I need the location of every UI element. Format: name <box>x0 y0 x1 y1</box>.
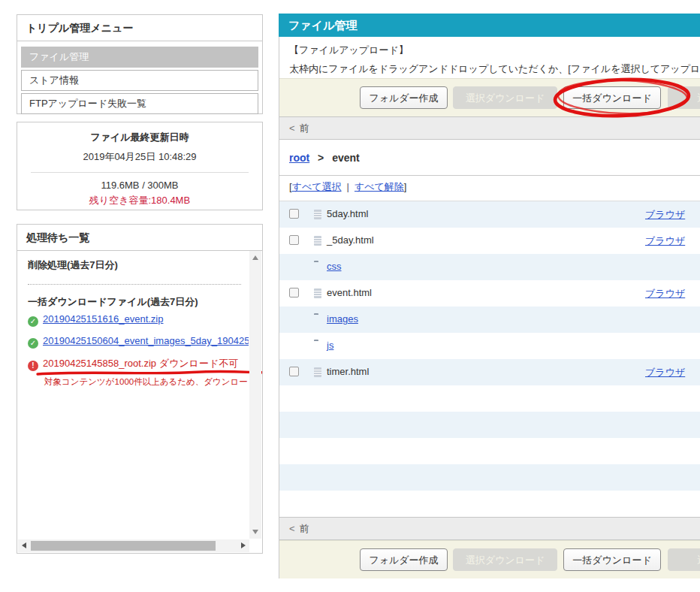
breadcrumb: root > event <box>279 140 700 176</box>
toolbar-bottom: フォルダー作成 選択ダウンロード 一括ダウンロード 選択削除 <box>279 540 700 578</box>
folder-link[interactable]: js <box>327 340 333 351</box>
upload-heading: 【ファイルアップロード】 <box>289 44 700 57</box>
pipe-separator: | <box>347 181 349 192</box>
table-row: timer.html ブラウザ <box>279 359 700 385</box>
scroll-down-arrow-icon[interactable] <box>252 530 258 534</box>
prev-arrow-icon: < <box>289 523 295 534</box>
row-checkbox[interactable] <box>289 288 299 298</box>
file-table: 5day.html ブラウザ _5day.html ブラウザ css event… <box>279 201 700 517</box>
divider <box>31 172 249 173</box>
zip-error-label: 20190425145858_root.zip ダウンロード不可 <box>43 358 238 369</box>
row-checkbox[interactable] <box>289 209 299 219</box>
file-name: event.html <box>327 287 372 298</box>
pending-queue-title: 処理待ち一覧 <box>17 225 262 251</box>
file-name: _5day.html <box>327 234 374 246</box>
selection-controls: [すべて選択|すべて解除] <box>279 176 700 201</box>
browse-link[interactable]: ブラウザ <box>645 208 685 222</box>
prev-label: 前 <box>300 122 309 134</box>
queue-item: ✓20190425150604_event_images_5day_190425… <box>28 335 244 349</box>
horizontal-scroll-thumb[interactable] <box>31 541 216 551</box>
bulk-download-button[interactable]: 一括ダウンロード <box>563 86 661 109</box>
row-checkbox[interactable] <box>289 235 299 245</box>
file-name: timer.html <box>327 366 369 377</box>
breadcrumb-separator: > <box>318 152 324 164</box>
file-icon <box>314 236 321 246</box>
zip-error-detail: 対象コンテンツが1000件以上あるため、ダウンロードできません <box>44 376 244 388</box>
error-icon: ! <box>28 361 38 371</box>
folder-link[interactable]: css <box>327 261 342 272</box>
scroll-up-arrow-icon[interactable] <box>252 255 258 260</box>
empty-row <box>279 385 700 412</box>
sidebar-item-store-info[interactable]: ストア情報 <box>21 70 258 91</box>
table-row: js <box>279 333 700 359</box>
sidebar-item-ftp-upload-failures[interactable]: FTPアップロード失敗一覧 <box>21 93 258 114</box>
table-row: event.html ブラウザ <box>279 280 700 307</box>
table-row: _5day.html ブラウザ <box>279 228 700 254</box>
scroll-left-arrow-icon[interactable] <box>22 542 26 548</box>
bulk-download-section-heading: 一括ダウンロードファイル(過去7日分) <box>28 295 244 309</box>
sidebar-menu-items: ファイル管理 ストア情報 FTPアップロード失敗一覧 <box>17 41 262 119</box>
prev-arrow-icon: < <box>289 122 295 134</box>
sidebar-menu-title: トリプル管理メニュー <box>17 15 262 41</box>
zip-download-link[interactable]: 20190425150604_event_images_5day_190425_… <box>43 335 249 346</box>
pending-queue-content: 削除処理(過去7日分) 一括ダウンロードファイル(過去7日分) ✓2019042… <box>18 251 249 539</box>
file-icon <box>314 210 321 219</box>
prev-label: 前 <box>300 523 309 534</box>
sidebar-menu-panel: トリプル管理メニュー ファイル管理 ストア情報 FTPアップロード失敗一覧 <box>17 14 263 114</box>
deselect-all-link[interactable]: すべて解除 <box>355 181 404 192</box>
delete-section-heading: 削除処理(過去7日分) <box>28 258 244 272</box>
breadcrumb-current: event <box>332 152 360 164</box>
download-selected-button: 選択ダウンロード <box>453 86 557 109</box>
table-row: css <box>279 254 700 280</box>
bracket-close: ] <box>404 181 407 192</box>
success-icon: ✓ <box>28 338 38 349</box>
empty-row <box>279 438 700 464</box>
row-checkbox[interactable] <box>289 367 299 376</box>
table-row: images <box>279 307 700 333</box>
pager-top[interactable]: <前 <box>279 116 700 140</box>
upload-instruction: 太枠内にファイルをドラッグアンドドロップしていただくか、[ファイルを選択してアッ… <box>289 62 700 76</box>
file-icon <box>314 288 321 298</box>
bulk-download-button[interactable]: 一括ダウンロード <box>563 548 661 571</box>
pending-queue-panel: 処理待ち一覧 削除処理(過去7日分) 一括ダウンロードファイル(過去7日分) ✓… <box>17 224 263 554</box>
table-row: 5day.html ブラウザ <box>279 201 700 228</box>
storage-usage: 119.6MB / 300MB <box>17 180 262 191</box>
queue-item-error: !20190425145858_root.zip ダウンロード不可 <box>28 357 244 371</box>
queue-item: ✓20190425151616_event.zip <box>28 313 244 327</box>
breadcrumb-root-link[interactable]: root <box>289 152 309 164</box>
sidebar-item-file-management[interactable]: ファイル管理 <box>21 47 258 68</box>
select-all-link[interactable]: すべて選択 <box>292 181 342 192</box>
dotted-divider <box>28 284 241 285</box>
folder-link[interactable]: images <box>327 313 358 325</box>
empty-row <box>279 412 700 438</box>
success-icon: ✓ <box>28 316 38 327</box>
vertical-scrollbar[interactable] <box>249 251 261 539</box>
zip-download-link[interactable]: 20190425151616_event.zip <box>43 313 163 325</box>
create-folder-button[interactable]: フォルダー作成 <box>360 86 448 109</box>
toolbar-top: フォルダー作成 選択ダウンロード 一括ダウンロード 選択削除 <box>279 78 700 116</box>
empty-row <box>279 491 700 517</box>
delete-selected-button: 選択削除 <box>668 548 700 571</box>
scroll-right-arrow-icon[interactable] <box>241 542 246 548</box>
file-update-title: ファイル最終更新日時 <box>17 131 262 144</box>
horizontal-scrollbar[interactable] <box>18 539 249 552</box>
file-management-panel: ファイル管理 【ファイルアップロード】 太枠内にファイルをドラッグアンドドロップ… <box>279 14 700 578</box>
file-name: 5day.html <box>327 208 368 219</box>
upload-section: 【ファイルアップロード】 太枠内にファイルをドラッグアンドドロップしていただくか… <box>279 37 700 78</box>
storage-remaining: 残り空き容量:180.4MB <box>17 194 262 207</box>
browse-link[interactable]: ブラウザ <box>645 287 685 301</box>
file-update-info-panel: ファイル最終更新日時 2019年04月25日 10:48:29 119.6MB … <box>17 122 263 210</box>
pager-bottom[interactable]: <前 <box>279 517 700 540</box>
delete-selected-button: 選択削除 <box>668 86 700 109</box>
page-title: ファイル管理 <box>279 14 700 37</box>
browse-link[interactable]: ブラウザ <box>645 366 685 379</box>
file-icon <box>314 367 321 377</box>
browse-link[interactable]: ブラウザ <box>645 234 685 248</box>
file-update-datetime: 2019年04月25日 10:48:29 <box>17 150 262 164</box>
download-selected-button: 選択ダウンロード <box>453 548 557 571</box>
empty-row <box>279 464 700 491</box>
create-folder-button[interactable]: フォルダー作成 <box>360 548 448 571</box>
